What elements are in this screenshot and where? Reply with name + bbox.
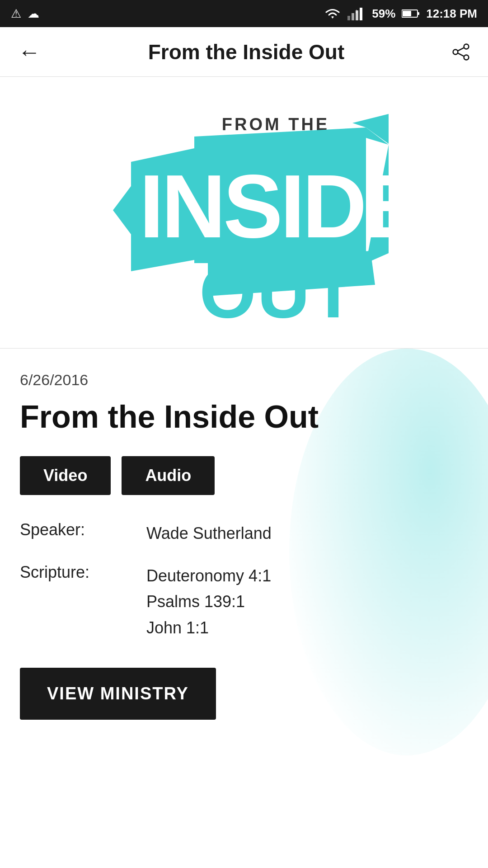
app-bar: ← From the Inside Out <box>0 27 488 77</box>
alert-icon: ⚠ <box>11 7 21 21</box>
logo-area: FROM THE INSIDE OUT <box>0 77 488 349</box>
cloud-icon: ☁ <box>28 7 39 21</box>
svg-rect-0 <box>347 16 350 20</box>
battery-percent: 59% <box>372 7 395 21</box>
svg-rect-1 <box>352 13 354 20</box>
svg-rect-6 <box>418 12 419 15</box>
video-button[interactable]: Video <box>20 456 111 495</box>
scripture-label: Scripture: <box>20 563 146 582</box>
wifi-icon <box>324 7 341 20</box>
speaker-label: Speaker: <box>20 520 146 539</box>
status-bar: ⚠ ☁ ↓ 59% 12:18 PM <box>0 0 488 27</box>
svg-point-8 <box>464 44 469 49</box>
signal-icon: ↓ <box>347 7 366 20</box>
svg-rect-3 <box>360 8 362 20</box>
svg-text:INSIDE: INSIDE <box>139 156 389 256</box>
svg-text:↓: ↓ <box>355 7 358 14</box>
battery-icon <box>402 9 420 19</box>
sermon-title: From the Inside Out <box>20 400 468 434</box>
back-button[interactable]: ← <box>14 34 45 70</box>
svg-point-10 <box>464 55 469 60</box>
page-title: From the Inside Out <box>148 40 344 64</box>
svg-marker-15 <box>113 174 140 246</box>
series-logo: FROM THE INSIDE OUT <box>99 95 389 330</box>
audio-button[interactable]: Audio <box>122 456 215 495</box>
speaker-row: Speaker: Wade Sutherland <box>20 520 468 547</box>
content-area: 6/26/2016 From the Inside Out Video Audi… <box>0 349 488 756</box>
svg-text:OUT: OUT <box>199 251 357 330</box>
view-ministry-button[interactable]: VIEW MINISTRY <box>20 668 216 720</box>
scripture-value: Deuteronomy 4:1Psalms 139:1John 1:1 <box>146 563 271 641</box>
sermon-date: 6/26/2016 <box>20 371 468 389</box>
speaker-value: Wade Sutherland <box>146 520 272 547</box>
svg-rect-7 <box>403 11 411 16</box>
svg-line-12 <box>458 53 464 56</box>
sermon-info: Speaker: Wade Sutherland Scripture: Deut… <box>20 520 468 641</box>
svg-line-11 <box>458 47 464 51</box>
share-button[interactable] <box>447 38 474 66</box>
media-buttons: Video Audio <box>20 456 468 495</box>
svg-point-9 <box>453 49 458 54</box>
time-display: 12:18 PM <box>426 7 477 21</box>
scripture-row: Scripture: Deuteronomy 4:1Psalms 139:1Jo… <box>20 563 468 641</box>
